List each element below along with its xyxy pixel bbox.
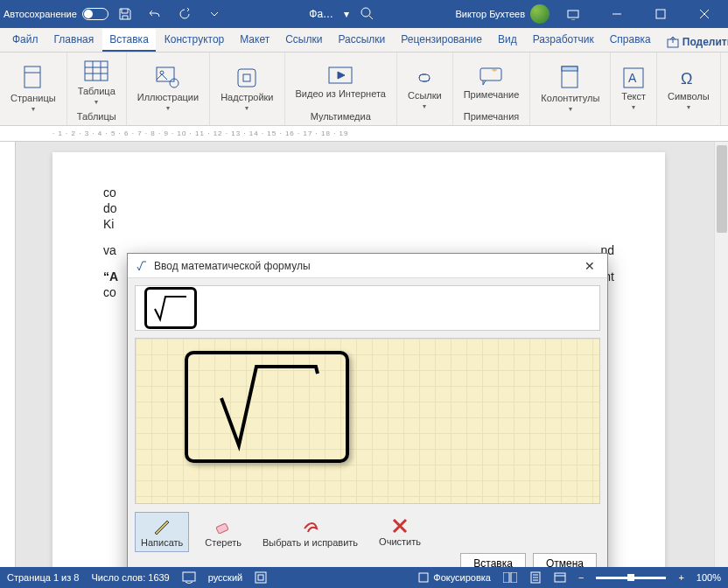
doc-name[interactable]: Фа… xyxy=(309,8,333,20)
links-label: Ссылки xyxy=(408,90,442,101)
symbols-label: Символы xyxy=(668,91,710,102)
tool-clear-label: Очистить xyxy=(379,536,421,547)
svg-rect-9 xyxy=(238,69,256,87)
view-web-icon[interactable] xyxy=(554,572,566,583)
dialog-buttons: Вставка Отмена xyxy=(460,553,597,567)
tab-view[interactable]: Вид xyxy=(491,29,524,52)
links-button[interactable]: Ссылки▾ xyxy=(402,66,447,112)
group-addins: Надстройки▾ xyxy=(210,52,284,125)
tab-insert[interactable]: Вставка xyxy=(102,29,156,52)
cancel-button[interactable]: Отмена xyxy=(533,553,597,567)
headerfooter-label: Колонтитулы xyxy=(541,93,599,103)
preview-highlight xyxy=(144,287,197,329)
status-words[interactable]: Число слов: 1639 xyxy=(91,572,169,583)
zoom-out-button[interactable]: − xyxy=(578,572,584,583)
online-video-button[interactable]: Видео из Интернета xyxy=(290,64,391,101)
tool-erase-label: Стереть xyxy=(205,537,242,548)
qat-customize-icon[interactable] xyxy=(201,1,228,27)
group-comments: Примечание Примечания xyxy=(453,52,531,125)
share-button[interactable]: Поделиться xyxy=(660,32,728,52)
zoom-value[interactable]: 100% xyxy=(696,572,721,583)
focus-label: Фокусировка xyxy=(433,572,491,583)
tool-select-correct[interactable]: Выбрать и исправить xyxy=(257,513,363,551)
ink-selection-highlight xyxy=(185,351,349,463)
group-pages: Страницы▾ xyxy=(0,52,67,125)
ruler-horizontal[interactable]: · 1 · 2 · 3 · 4 · 5 · 6 · 7 · 8 · 9 · 10… xyxy=(0,126,728,142)
ruler-vertical[interactable] xyxy=(0,142,16,567)
view-print-icon[interactable] xyxy=(529,571,542,584)
tab-help[interactable]: Справка xyxy=(603,29,658,52)
tool-select-label: Выбрать и исправить xyxy=(262,537,358,548)
scrollbar-thumb[interactable] xyxy=(717,145,727,233)
focus-mode-button[interactable]: Фокусировка xyxy=(417,571,491,584)
tool-erase[interactable]: Стереть xyxy=(200,513,247,551)
svg-rect-14 xyxy=(562,66,578,71)
ink-canvas[interactable] xyxy=(135,338,600,504)
tab-developer[interactable]: Разработчик xyxy=(526,29,601,52)
math-input-dialog: Ввод математической формулы ✕ Написать xyxy=(127,253,608,567)
status-lang[interactable]: русский xyxy=(208,572,242,583)
ribbon-display-icon[interactable] xyxy=(553,0,593,28)
tab-layout[interactable]: Макет xyxy=(233,29,276,52)
avatar xyxy=(530,4,550,24)
illustrations-label: Иллюстрации xyxy=(137,92,199,102)
illustrations-button[interactable]: Иллюстрации▾ xyxy=(132,64,204,114)
spellcheck-icon[interactable] xyxy=(182,571,196,584)
tab-references[interactable]: Ссылки xyxy=(278,29,329,52)
status-page[interactable]: Страница 1 из 8 xyxy=(7,572,79,583)
title-bar: Автосохранение Фа… ▾ Виктор Бухтеев xyxy=(0,0,728,28)
tab-home[interactable]: Главная xyxy=(47,29,102,52)
scrollbar-vertical[interactable] xyxy=(714,142,728,567)
share-label: Поделиться xyxy=(682,36,728,48)
autosave-toggle[interactable]: Автосохранение xyxy=(4,8,108,20)
tables-group-label: Таблицы xyxy=(77,111,116,122)
close-button[interactable] xyxy=(684,0,724,28)
account-button[interactable]: Виктор Бухтеев xyxy=(456,4,550,24)
tab-review[interactable]: Рецензирование xyxy=(394,29,489,52)
toggle-off-icon[interactable] xyxy=(82,8,108,20)
minimize-button[interactable] xyxy=(597,0,637,28)
headerfooter-button[interactable]: Колонтитулы▾ xyxy=(536,63,605,115)
insert-button[interactable]: Вставка xyxy=(460,553,526,567)
redo-icon[interactable] xyxy=(172,1,198,27)
group-illustrations: Иллюстрации▾ xyxy=(127,52,210,125)
tool-clear[interactable]: Очистить xyxy=(374,514,426,550)
svg-rect-2 xyxy=(656,10,665,18)
dialog-title: Ввод математической формулы xyxy=(154,260,311,272)
addins-button[interactable]: Надстройки▾ xyxy=(215,64,278,114)
math-icon xyxy=(135,259,149,273)
tool-write[interactable]: Написать xyxy=(135,512,189,552)
pages-button[interactable]: Страницы▾ xyxy=(5,63,61,115)
undo-icon[interactable] xyxy=(142,1,168,27)
online-video-label: Видео из Интернета xyxy=(296,88,386,99)
text-fragment: co xyxy=(103,186,116,200)
comment-button[interactable]: Примечание xyxy=(458,65,525,102)
ink-tools: Написать Стереть Выбрать и исправить Очи… xyxy=(128,511,607,553)
tab-file[interactable]: Файл xyxy=(5,29,46,52)
formula-preview xyxy=(135,285,600,331)
dialog-titlebar[interactable]: Ввод математической формулы ✕ xyxy=(128,254,607,278)
save-icon[interactable] xyxy=(112,1,138,27)
group-links: Ссылки▾ xyxy=(397,52,453,125)
macro-icon[interactable] xyxy=(255,571,267,584)
dialog-close-icon[interactable]: ✕ xyxy=(579,259,600,273)
ribbon-tabs: Файл Главная Вставка Конструктор Макет С… xyxy=(0,28,728,52)
view-read-icon[interactable] xyxy=(503,572,517,583)
zoom-in-button[interactable]: + xyxy=(678,572,683,583)
tab-mailings[interactable]: Рассылки xyxy=(331,29,392,52)
maximize-button[interactable] xyxy=(640,0,681,28)
table-button[interactable]: Таблица▾ xyxy=(73,58,121,108)
doc-name-dropdown-icon[interactable]: ▾ xyxy=(344,8,349,20)
tab-design[interactable]: Конструктор xyxy=(158,29,231,52)
pages-label: Страницы xyxy=(10,93,56,103)
symbols-button[interactable]: Ω Символы▾ xyxy=(662,65,715,113)
ribbon: Страницы▾ Таблица▾ Таблицы Иллюстрации▾ … xyxy=(0,52,728,126)
addins-label: Надстройки xyxy=(220,92,273,102)
svg-rect-1 xyxy=(568,10,578,18)
search-icon[interactable] xyxy=(360,6,374,23)
zoom-slider[interactable] xyxy=(596,577,666,579)
group-tables: Таблица▾ Таблицы xyxy=(67,52,127,125)
comment-label: Примечание xyxy=(464,89,520,100)
svg-rect-10 xyxy=(243,74,250,81)
text-button[interactable]: A Текст▾ xyxy=(616,65,651,113)
